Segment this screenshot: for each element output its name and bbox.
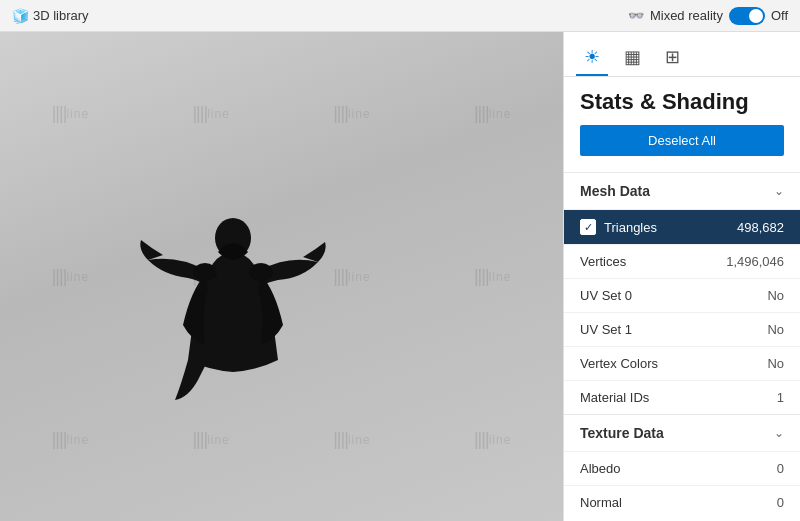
data-row-mesh-data-4[interactable]: Vertex Colors No	[564, 346, 800, 380]
row-value: No	[767, 322, 784, 337]
data-row-mesh-data-5[interactable]: Material IDs 1	[564, 380, 800, 414]
watermark-5: ||||line	[0, 195, 141, 358]
row-label: Triangles	[604, 220, 657, 235]
mixed-reality-toggle-group: 👓 Mixed reality Off	[628, 7, 788, 25]
row-label-container: ✓Triangles	[580, 219, 657, 235]
data-row-texture-data-1[interactable]: Normal 0	[564, 485, 800, 519]
watermark-8: ||||line	[422, 195, 563, 358]
sun-icon: ☀	[584, 46, 600, 68]
checkbox-icon: ✓	[580, 219, 596, 235]
row-label: Material IDs	[580, 390, 649, 405]
viewport: ||||line ||||line ||||line ||||line ||||…	[0, 32, 563, 521]
section-title-mesh-data: Mesh Data	[580, 183, 650, 199]
section-header-mesh-data[interactable]: Mesh Data ⌄	[564, 172, 800, 209]
library-button[interactable]: 🧊 3D library	[12, 8, 89, 24]
panel-tabs: ☀ ▦ ⊞	[564, 32, 800, 77]
data-row-mesh-data-3[interactable]: UV Set 1 No	[564, 312, 800, 346]
row-label-container: Material IDs	[580, 390, 649, 405]
tab-chart[interactable]: ▦	[616, 40, 649, 76]
row-label: UV Set 1	[580, 322, 632, 337]
data-row-mesh-data-2[interactable]: UV Set 0 No	[564, 278, 800, 312]
watermark-1: ||||line	[0, 32, 141, 195]
library-icon: 🧊	[12, 8, 28, 24]
chart-icon: ▦	[624, 46, 641, 68]
row-value: 1	[777, 390, 784, 405]
row-label: Vertices	[580, 254, 626, 269]
row-label: UV Set 0	[580, 288, 632, 303]
row-value: 1,496,046	[726, 254, 784, 269]
mixed-reality-label: Mixed reality	[650, 8, 723, 23]
main-content: ||||line ||||line ||||line ||||line ||||…	[0, 32, 800, 521]
panel-title: Stats & Shading	[564, 77, 800, 125]
row-value: 0	[777, 495, 784, 510]
tab-sun[interactable]: ☀	[576, 40, 608, 76]
mixed-reality-icon: 👓	[628, 8, 644, 23]
row-label-container: Vertices	[580, 254, 626, 269]
svg-point-2	[193, 263, 217, 281]
row-value: No	[767, 288, 784, 303]
svg-point-3	[249, 263, 273, 281]
row-label-container: UV Set 0	[580, 288, 632, 303]
row-value: 498,682	[737, 220, 784, 235]
toggle-off-label: Off	[771, 8, 788, 23]
chevron-icon-texture-data: ⌄	[774, 426, 784, 440]
row-label-container: Normal	[580, 495, 622, 510]
sections-container: Mesh Data ⌄ ✓Triangles 498,682 Vertices …	[564, 172, 800, 519]
data-row-mesh-data-0[interactable]: ✓Triangles 498,682	[564, 209, 800, 244]
watermark-9: ||||line	[0, 358, 141, 521]
mixed-reality-toggle[interactable]	[729, 7, 765, 25]
grid-icon: ⊞	[665, 46, 680, 68]
row-value: 0	[777, 461, 784, 476]
data-row-texture-data-0[interactable]: Albedo 0	[564, 451, 800, 485]
row-label: Normal	[580, 495, 622, 510]
chevron-icon-mesh-data: ⌄	[774, 184, 784, 198]
row-label: Vertex Colors	[580, 356, 658, 371]
row-value: No	[767, 356, 784, 371]
tab-grid[interactable]: ⊞	[657, 40, 688, 76]
section-title-texture-data: Texture Data	[580, 425, 664, 441]
library-label: 3D library	[33, 8, 89, 23]
section-header-texture-data[interactable]: Texture Data ⌄	[564, 414, 800, 451]
watermark-12: ||||line	[422, 358, 563, 521]
deselect-all-button[interactable]: Deselect All	[580, 125, 784, 156]
character-svg	[133, 160, 333, 420]
character-model	[133, 160, 333, 420]
top-bar: 🧊 3D library 👓 Mixed reality Off	[0, 0, 800, 32]
row-label-container: Vertex Colors	[580, 356, 658, 371]
row-label-container: UV Set 1	[580, 322, 632, 337]
row-label-container: Albedo	[580, 461, 620, 476]
row-label: Albedo	[580, 461, 620, 476]
right-panel: ☀ ▦ ⊞ Stats & Shading Deselect All Mesh …	[563, 32, 800, 521]
data-row-mesh-data-1[interactable]: Vertices 1,496,046	[564, 244, 800, 278]
watermark-4: ||||line	[422, 32, 563, 195]
